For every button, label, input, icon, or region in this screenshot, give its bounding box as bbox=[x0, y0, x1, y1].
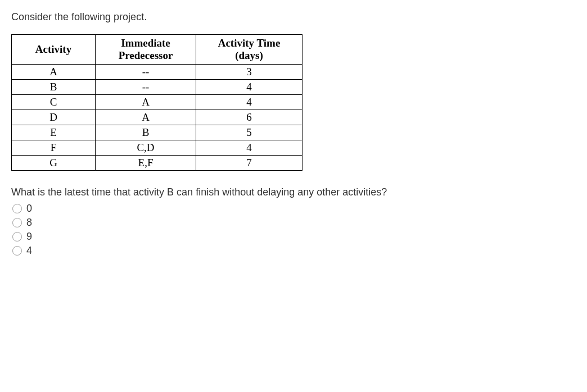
options-group: 0 8 9 4 bbox=[12, 203, 576, 257]
option-label: 8 bbox=[26, 217, 32, 229]
cell-activity: B bbox=[12, 80, 96, 95]
th-time-l1: Activity Time bbox=[218, 37, 281, 49]
th-predecessor-l2: Predecessor bbox=[119, 49, 173, 61]
prompt-text: Consider the following project. bbox=[11, 11, 576, 23]
option-label: 9 bbox=[26, 231, 32, 243]
cell-activity: F bbox=[12, 140, 96, 156]
cell-activity: E bbox=[12, 125, 96, 140]
th-predecessor-l1: Immediate bbox=[121, 37, 170, 49]
cell-predecessor: B bbox=[96, 125, 196, 140]
cell-time: 3 bbox=[196, 65, 302, 80]
cell-time: 4 bbox=[196, 80, 302, 95]
radio-icon[interactable] bbox=[12, 232, 22, 241]
th-predecessor: Immediate Predecessor bbox=[96, 35, 196, 65]
cell-time: 4 bbox=[196, 140, 302, 156]
option-label: 4 bbox=[26, 245, 32, 257]
table-row: F C,D 4 bbox=[12, 140, 302, 156]
cell-predecessor: E,F bbox=[96, 156, 196, 171]
cell-predecessor: A bbox=[96, 95, 196, 110]
cell-time: 7 bbox=[196, 156, 302, 171]
option-3[interactable]: 4 bbox=[12, 245, 576, 257]
cell-activity: G bbox=[12, 156, 96, 171]
table-row: D A 6 bbox=[12, 110, 302, 125]
cell-predecessor: -- bbox=[96, 65, 196, 80]
radio-icon[interactable] bbox=[12, 204, 22, 213]
cell-predecessor: C,D bbox=[96, 140, 196, 156]
table-row: G E,F 7 bbox=[12, 156, 302, 171]
table-row: C A 4 bbox=[12, 95, 302, 110]
option-label: 0 bbox=[26, 203, 32, 215]
cell-predecessor: -- bbox=[96, 80, 196, 95]
project-table: Activity Immediate Predecessor Activity … bbox=[11, 34, 302, 171]
cell-activity: A bbox=[12, 65, 96, 80]
cell-time: 4 bbox=[196, 95, 302, 110]
option-2[interactable]: 9 bbox=[12, 231, 576, 243]
th-time-l2: (days) bbox=[235, 49, 263, 61]
option-0[interactable]: 0 bbox=[12, 203, 576, 215]
cell-activity: C bbox=[12, 95, 96, 110]
cell-time: 5 bbox=[196, 125, 302, 140]
th-time: Activity Time (days) bbox=[196, 35, 302, 65]
th-activity: Activity bbox=[12, 35, 96, 65]
option-1[interactable]: 8 bbox=[12, 217, 576, 229]
table-row: B -- 4 bbox=[12, 80, 302, 95]
cell-activity: D bbox=[12, 110, 96, 125]
table-row: A -- 3 bbox=[12, 65, 302, 80]
question-text: What is the latest time that activity B … bbox=[11, 186, 576, 198]
radio-icon[interactable] bbox=[12, 246, 22, 256]
cell-time: 6 bbox=[196, 110, 302, 125]
table-row: E B 5 bbox=[12, 125, 302, 140]
cell-predecessor: A bbox=[96, 110, 196, 125]
radio-icon[interactable] bbox=[12, 218, 22, 227]
